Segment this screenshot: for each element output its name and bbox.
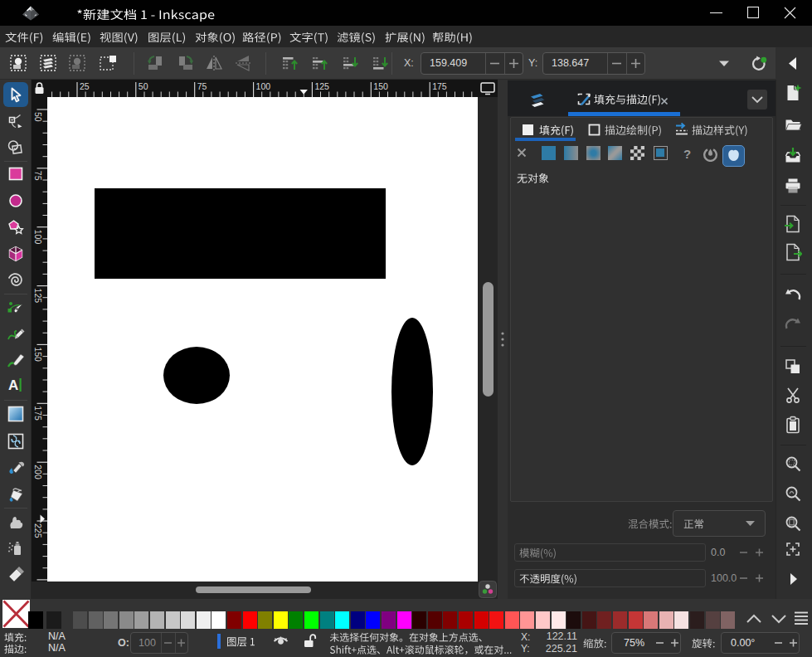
svg-text:200: 200	[33, 465, 43, 479]
svg-text:225: 225	[33, 523, 43, 538]
svg-text:100: 100	[256, 81, 271, 91]
svg-text:125: 125	[33, 289, 43, 304]
svg-text:50: 50	[33, 112, 43, 122]
svg-text:75: 75	[197, 81, 207, 91]
svg-text:125: 125	[314, 81, 329, 91]
svg-text:A: A	[8, 377, 18, 393]
svg-text:100: 100	[33, 230, 43, 245]
svg-text:75: 75	[33, 171, 43, 181]
svg-text:175: 175	[33, 406, 43, 421]
svg-text:25: 25	[80, 81, 90, 91]
svg-text:50: 50	[139, 81, 148, 91]
svg-text:150: 150	[33, 347, 43, 362]
svg-text:175: 175	[432, 81, 447, 91]
svg-text:150: 150	[373, 81, 388, 91]
